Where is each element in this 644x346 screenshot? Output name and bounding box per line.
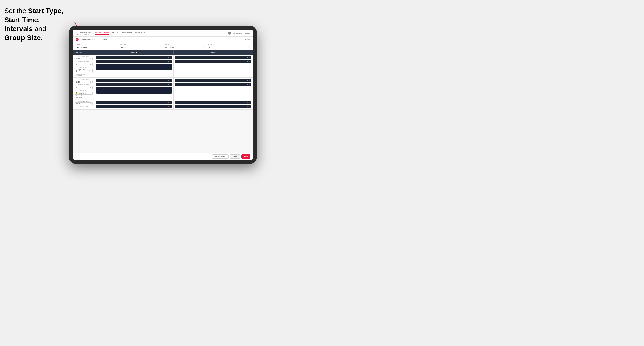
close-icon[interactable]: ✕ ○ [168, 80, 170, 81]
player-row-3-2: ✕ ○ [96, 83, 172, 86]
tab-teams[interactable]: TEAMS [112, 31, 118, 35]
clock-icon-1: ⏱ [90, 58, 91, 60]
team1-cell-3: ✕ ○ ✕ ○ [94, 99, 174, 109]
back-button[interactable]: < Back [245, 38, 250, 40]
course-remove-x-1[interactable]: ✕ [89, 70, 90, 72]
add-group-1[interactable]: + Add Group [75, 75, 92, 76]
team1-cell-2: ✕ ○ ✕ ○ [94, 78, 174, 99]
start-type-label: Start Type [76, 43, 118, 45]
close-icon[interactable]: ✕ ○ [168, 101, 170, 103]
tee-info-1: STARTING TIME: 10:00 ⏱ STARTING HOLE: 1 … [73, 54, 94, 77]
player-row-5-2: ✕ ○ [96, 105, 172, 108]
sign-out-link[interactable]: Sign out [245, 32, 250, 34]
cancel-button[interactable]: Cancel [230, 155, 240, 159]
logo-text: SCOREBOARD [76, 31, 92, 34]
start-time-value: 10:00 [121, 46, 126, 48]
starting-time-input-1[interactable]: 10:00 ⏱ [75, 57, 92, 60]
navbar: SCOREBOARD Powered by clipp.io TOURNAMEN… [73, 30, 253, 37]
starting-hole-label-1: STARTING HOLE: [75, 61, 92, 62]
reset-button[interactable]: Reset Changes [212, 155, 229, 159]
user-area: blair@clipp.io | Sign out [228, 32, 250, 35]
player-row-1-3 [96, 64, 172, 70]
instruction-bold4: Group Size [4, 34, 41, 42]
player-row-3-3 [96, 87, 172, 94]
course-label-2: COURSE: [75, 90, 92, 91]
player-row-4-2: ✕ ○ [176, 83, 251, 86]
close-icon[interactable]: ✕ ○ [247, 61, 250, 62]
close-icon[interactable]: ✕ ○ [247, 106, 250, 107]
course-label-1: COURSE: [75, 67, 92, 68]
nav-tabs: TOURNAMENTS TEAMS COMMITTEE RANKINGS [95, 31, 228, 35]
tab-rankings[interactable]: RANKINGS [136, 31, 145, 35]
starting-hole-label-2: STARTING HOLE: [75, 84, 92, 86]
course-chevron-2[interactable]: ▾ [90, 92, 92, 94]
player-row-1-2: ✕ ○ [96, 60, 172, 63]
team1-cell-1: ✕ ○ ✕ ○ [94, 54, 174, 77]
starting-hole-value-1: 1 [76, 64, 77, 65]
instruction-suffix: . [41, 34, 43, 42]
footer: Reset Changes Cancel Save [73, 153, 253, 160]
intervals-field: Intervals 10 Minutes ▾ [164, 43, 206, 49]
close-icon[interactable]: ✕ ○ [247, 57, 250, 58]
player-row-6-2: ✕ ○ [176, 105, 251, 108]
close-icon[interactable]: ✕ ○ [168, 57, 170, 58]
save-button[interactable]: Save [242, 155, 250, 159]
course-icon-1: ⛳ [76, 70, 77, 72]
breadcrumb-logo: C [76, 38, 78, 41]
starting-hole-input-2[interactable]: 1 ⬍ [75, 86, 92, 89]
chevron-down-icon-3: ▾ [248, 46, 249, 48]
breadcrumb-section: Hosting [101, 38, 106, 40]
course-remove-x-2[interactable]: ✕ [89, 92, 90, 94]
instruction-prefix: Set the [4, 7, 28, 15]
course-chevron-1[interactable]: ▾ [90, 70, 92, 72]
tab-tournaments[interactable]: TOURNAMENTS [95, 31, 109, 35]
close-icon[interactable]: ✕ ○ [247, 101, 250, 103]
tee-group-1: STARTING TIME: 10:00 ⏱ STARTING HOLE: 1 … [73, 54, 253, 78]
tee-info-3: STARTING TIME: 10:20 ⏱ STARTING HOLE: [73, 99, 94, 109]
user-avatar [228, 32, 231, 35]
user-email: blair@clipp.io [232, 32, 242, 34]
tee-info-2: STARTING TIME: 10:10 ⏱ STARTING HOLE: 1 … [73, 78, 94, 99]
start-type-select[interactable]: 1st Tee Start ▾ [76, 45, 118, 49]
start-time-select[interactable]: 10:00 🕙 [120, 45, 162, 49]
player-row-2-1: ✕ ○ [176, 56, 251, 59]
intervals-select[interactable]: 10 Minutes ▾ [164, 45, 206, 49]
player-row-1-1: ✕ ○ [96, 56, 172, 59]
starting-time-input-3[interactable]: 10:20 ⏱ [75, 102, 92, 105]
app-logo: SCOREBOARD Powered by clipp.io [76, 31, 92, 35]
tablet-screen: SCOREBOARD Powered by clipp.io TOURNAMEN… [73, 30, 253, 160]
player-row-6-1: ✕ ○ [176, 101, 251, 104]
nav-separator: | [243, 32, 243, 34]
instruction-text: Set the Start Type, Start Time, Interval… [4, 6, 69, 42]
chevron-down-icon-2: ▾ [204, 46, 205, 48]
starting-time-value-2: 10:10 [76, 81, 80, 83]
col-tee-time: Tee Time [73, 50, 94, 54]
breadcrumb: C Clipp Invitational (Mar) > Hosting < B… [73, 37, 253, 42]
col-team2: Team 2 [174, 50, 253, 54]
stepper-icon-2: ⬍ [90, 87, 91, 88]
start-type-field: Start Type 1st Tee Start ▾ [76, 43, 118, 49]
intervals-value: 10 Minutes [165, 46, 174, 48]
start-type-value: 1st Tee Start [77, 46, 87, 48]
close-icon[interactable]: ✕ ○ [168, 84, 170, 86]
breadcrumb-text: Clipp Invitational (Mar) > Hosting [80, 38, 106, 40]
instruction-bold2: Start Time, [4, 16, 40, 24]
starting-time-label-2: STARTING TIME: [75, 79, 92, 80]
group-size-select[interactable]: 3 ▾ [208, 45, 250, 49]
close-icon[interactable]: ✕ ○ [168, 106, 170, 107]
starting-hole-input-1[interactable]: 1 ⬍ [75, 63, 92, 66]
team2-cell-3: ✕ ○ ✕ ○ [174, 99, 253, 109]
add-group-2[interactable]: + Add Group [75, 97, 92, 98]
start-time-field: Start Time 10:00 🕙 [120, 43, 162, 49]
close-icon[interactable]: ✕ ○ [168, 61, 170, 62]
clock-icon-2: ⏱ [90, 81, 91, 83]
table-header: Tee Time Team 1 Team 2 [73, 50, 253, 54]
intervals-label: Intervals [164, 43, 206, 45]
tab-committee[interactable]: COMMITTEE [122, 31, 132, 35]
instruction-bold3: Intervals [4, 25, 33, 32]
start-time-label: Start Time [120, 43, 162, 45]
close-icon[interactable]: ✕ ○ [247, 80, 250, 81]
starting-time-input-2[interactable]: 10:10 ⏱ [75, 81, 92, 83]
starting-time-value-1: 10:00 [76, 58, 80, 60]
close-icon[interactable]: ✕ ○ [247, 84, 250, 86]
